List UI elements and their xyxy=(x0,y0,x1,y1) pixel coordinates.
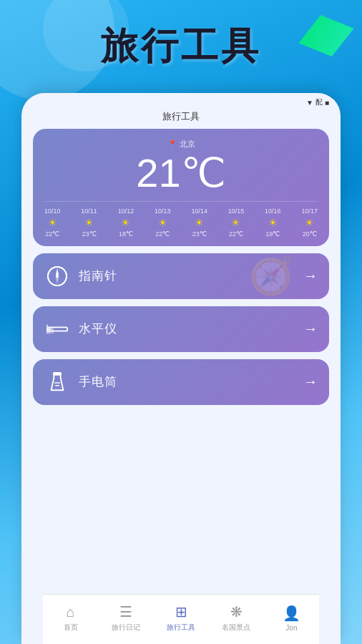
forecast-temp-6: 19℃ xyxy=(265,230,280,238)
forecast-date-5: 10/15 xyxy=(228,208,245,215)
app-title-area: 旅行工具 xyxy=(0,21,362,72)
forecast-date-3: 10/13 xyxy=(155,208,171,215)
compass-tool-name: 指南针 xyxy=(79,268,117,284)
status-bar: ▼ 配 ■ xyxy=(21,93,341,109)
flashlight-arrow-icon: → xyxy=(303,374,318,390)
forecast-day-2: 10/12 ☀ 18℃ xyxy=(118,208,134,238)
forecast-temp-0: 22℃ xyxy=(45,230,59,238)
diary-icon: ☰ xyxy=(119,603,132,620)
flashlight-tool-name: 手电筒 xyxy=(79,374,117,390)
forecast-date-4: 10/14 xyxy=(191,208,207,215)
home-icon: ⌂ xyxy=(67,604,75,620)
forecast-date-7: 10/17 xyxy=(301,208,318,215)
weather-forecast: 10/10 ☀ 22℃ 10/11 ☀ 23℃ 10/12 ☀ 18℃ 10/1… xyxy=(44,201,318,238)
forecast-temp-3: 22℃ xyxy=(155,230,170,238)
phone-content: 📍 北京 21℃ 10/10 ☀ 22℃ 10/11 ☀ 23℃ 10/12 ☀… xyxy=(21,129,341,405)
profile-icon: 👤 xyxy=(283,605,300,622)
flashlight-icon-wrap xyxy=(44,369,70,395)
forecast-icon-5: ☀ xyxy=(231,217,240,228)
compass-icon xyxy=(47,265,68,287)
compass-arrow-icon: → xyxy=(303,268,318,284)
battery-label: 配 xyxy=(315,97,323,107)
spots-icon: ❋ xyxy=(230,603,243,620)
nav-label-diary: 旅行日记 xyxy=(112,623,140,633)
nav-label-profile: Jon xyxy=(285,624,297,632)
forecast-date-0: 10/10 xyxy=(44,208,61,215)
app-title: 旅行工具 xyxy=(0,21,362,72)
svg-rect-10 xyxy=(53,372,61,375)
phone-mockup: ▼ 配 ■ 旅行工具 📍 北京 21℃ 10/10 ☀ 22℃ 10/11 ☀ … xyxy=(21,93,341,644)
forecast-temp-7: 20℃ xyxy=(303,230,317,238)
forecast-temp-2: 18℃ xyxy=(119,230,133,238)
forecast-icon-4: ☀ xyxy=(195,217,204,228)
level-tool-card[interactable]: 水平仪 → xyxy=(33,306,329,352)
level-tool-name: 水平仪 xyxy=(79,321,117,337)
forecast-date-2: 10/12 xyxy=(118,208,134,215)
compass-tool-left: 指南针 xyxy=(44,263,117,289)
compass-bg-silhouette: 🧭 xyxy=(249,253,293,299)
forecast-day-7: 10/17 ☀ 20℃ xyxy=(301,208,318,238)
flashlight-icon xyxy=(48,371,67,393)
flashlight-tool-left: 手电筒 xyxy=(44,369,117,395)
nav-item-profile[interactable]: 👤 Jon xyxy=(264,605,319,632)
status-icons: ▼ 配 ■ xyxy=(306,97,329,107)
forecast-date-6: 10/16 xyxy=(265,208,281,215)
forecast-icon-2: ☀ xyxy=(121,217,130,228)
weather-location: 📍 北京 xyxy=(44,139,318,150)
forecast-icon-6: ☀ xyxy=(268,217,278,228)
forecast-temp-4: 23℃ xyxy=(192,230,207,238)
flashlight-tool-card[interactable]: 手电筒 → xyxy=(33,359,329,405)
forecast-icon-7: ☀ xyxy=(305,217,314,228)
forecast-day-3: 10/13 ☀ 22℃ xyxy=(155,208,171,238)
forecast-temp-5: 22℃ xyxy=(229,230,243,238)
level-icon-wrap xyxy=(44,316,70,342)
location-text: 北京 xyxy=(180,139,195,150)
level-icon xyxy=(47,321,68,338)
forecast-day-0: 10/10 ☀ 22℃ xyxy=(44,208,61,238)
nav-item-diary[interactable]: ☰ 旅行日记 xyxy=(98,603,153,633)
weather-card: 📍 北京 21℃ 10/10 ☀ 22℃ 10/11 ☀ 23℃ 10/12 ☀… xyxy=(33,129,329,246)
forecast-day-6: 10/16 ☀ 19℃ xyxy=(265,208,281,238)
forecast-day-4: 10/14 ☀ 23℃ xyxy=(191,208,207,238)
nav-label-tools: 旅行工具 xyxy=(167,623,195,633)
nav-item-tools[interactable]: ⊞ 旅行工具 xyxy=(153,603,208,633)
nav-item-home[interactable]: ⌂ 首页 xyxy=(43,604,98,633)
forecast-icon-1: ☀ xyxy=(84,217,94,228)
phone-header-title: 旅行工具 xyxy=(162,111,200,122)
nav-label-home: 首页 xyxy=(64,623,78,633)
forecast-icon-0: ☀ xyxy=(48,217,57,228)
location-pin-icon: 📍 xyxy=(167,140,177,149)
signal-icon: ▼ xyxy=(306,99,313,107)
nav-label-spots: 名国景点 xyxy=(222,623,250,633)
battery-icon: ■ xyxy=(325,99,329,107)
bottom-nav: ⌂ 首页 ☰ 旅行日记 ⊞ 旅行工具 ❋ 名国景点 👤 Jon xyxy=(43,594,319,644)
level-tool-left: 水平仪 xyxy=(44,316,117,342)
weather-temperature: 21℃ xyxy=(44,151,318,195)
tools-icon: ⊞ xyxy=(175,603,187,620)
forecast-temp-1: 23℃ xyxy=(82,230,97,238)
compass-tool-card[interactable]: 指南针 🧭 → xyxy=(33,253,329,299)
phone-header: 旅行工具 xyxy=(21,109,341,129)
nav-item-spots[interactable]: ❋ 名国景点 xyxy=(209,603,264,633)
forecast-date-1: 10/11 xyxy=(81,208,97,215)
compass-icon-wrap xyxy=(44,263,70,289)
forecast-icon-3: ☀ xyxy=(158,217,167,228)
level-arrow-icon: → xyxy=(303,321,318,337)
forecast-day-1: 10/11 ☀ 23℃ xyxy=(81,208,97,238)
forecast-day-5: 10/15 ☀ 22℃ xyxy=(228,208,245,238)
